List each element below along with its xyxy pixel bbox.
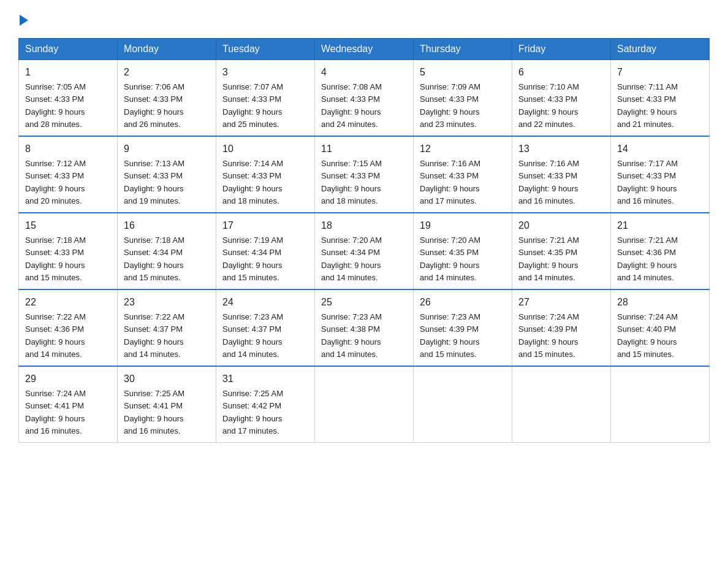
day-info: Sunrise: 7:24 AMSunset: 4:40 PMDaylight:… [617, 312, 678, 359]
day-info: Sunrise: 7:18 AMSunset: 4:33 PMDaylight:… [25, 236, 86, 282]
day-info: Sunrise: 7:25 AMSunset: 4:41 PMDaylight:… [124, 389, 184, 435]
calendar-cell: 19 Sunrise: 7:20 AMSunset: 4:35 PMDaylig… [414, 213, 512, 289]
calendar-week-row: 1 Sunrise: 7:05 AMSunset: 4:33 PMDayligh… [19, 60, 710, 137]
calendar-table: SundayMondayTuesdayWednesdayThursdayFrid… [18, 38, 710, 443]
day-number: 27 [518, 295, 604, 310]
calendar-cell: 24 Sunrise: 7:23 AMSunset: 4:37 PMDaylig… [216, 289, 315, 366]
day-number: 18 [321, 218, 407, 233]
page-header [18, 12, 710, 26]
calendar-cell: 21 Sunrise: 7:21 AMSunset: 4:36 PMDaylig… [611, 213, 710, 289]
calendar-cell: 18 Sunrise: 7:20 AMSunset: 4:34 PMDaylig… [315, 213, 414, 289]
day-info: Sunrise: 7:22 AMSunset: 4:37 PMDaylight:… [124, 312, 184, 359]
day-number: 29 [25, 372, 111, 386]
day-number: 3 [222, 65, 308, 80]
day-number: 7 [617, 65, 703, 80]
calendar-cell: 31 Sunrise: 7:25 AMSunset: 4:42 PMDaylig… [216, 366, 315, 443]
day-info: Sunrise: 7:06 AMSunset: 4:33 PMDaylight:… [124, 82, 184, 129]
calendar-cell: 16 Sunrise: 7:18 AMSunset: 4:34 PMDaylig… [118, 213, 216, 289]
day-number: 23 [124, 295, 210, 310]
calendar-cell [315, 366, 414, 443]
day-info: Sunrise: 7:18 AMSunset: 4:34 PMDaylight:… [124, 236, 184, 282]
day-number: 1 [25, 65, 111, 80]
day-number: 15 [25, 218, 111, 233]
day-info: Sunrise: 7:14 AMSunset: 4:33 PMDaylight:… [222, 159, 283, 205]
day-number: 9 [124, 142, 210, 156]
calendar-cell: 30 Sunrise: 7:25 AMSunset: 4:41 PMDaylig… [118, 366, 216, 443]
calendar-cell: 8 Sunrise: 7:12 AMSunset: 4:33 PMDayligh… [19, 136, 118, 213]
calendar-week-row: 15 Sunrise: 7:18 AMSunset: 4:33 PMDaylig… [19, 213, 710, 289]
day-number: 22 [25, 295, 111, 310]
day-number: 11 [321, 142, 407, 156]
column-header-friday: Friday [512, 39, 611, 60]
calendar-cell [512, 366, 611, 443]
day-number: 14 [617, 142, 703, 156]
calendar-cell: 20 Sunrise: 7:21 AMSunset: 4:35 PMDaylig… [512, 213, 611, 289]
day-info: Sunrise: 7:20 AMSunset: 4:35 PMDaylight:… [420, 236, 480, 282]
calendar-week-row: 22 Sunrise: 7:22 AMSunset: 4:36 PMDaylig… [19, 289, 710, 366]
column-header-thursday: Thursday [414, 39, 512, 60]
calendar-cell: 1 Sunrise: 7:05 AMSunset: 4:33 PMDayligh… [19, 60, 118, 137]
calendar-cell: 23 Sunrise: 7:22 AMSunset: 4:37 PMDaylig… [118, 289, 216, 366]
day-info: Sunrise: 7:24 AMSunset: 4:39 PMDaylight:… [518, 312, 579, 359]
calendar-cell: 5 Sunrise: 7:09 AMSunset: 4:33 PMDayligh… [414, 60, 512, 137]
calendar-cell: 25 Sunrise: 7:23 AMSunset: 4:38 PMDaylig… [315, 289, 414, 366]
day-info: Sunrise: 7:05 AMSunset: 4:33 PMDaylight:… [25, 82, 86, 129]
column-header-saturday: Saturday [611, 39, 710, 60]
calendar-cell: 28 Sunrise: 7:24 AMSunset: 4:40 PMDaylig… [611, 289, 710, 366]
day-info: Sunrise: 7:22 AMSunset: 4:36 PMDaylight:… [25, 312, 86, 359]
calendar-cell: 29 Sunrise: 7:24 AMSunset: 4:41 PMDaylig… [19, 366, 118, 443]
day-number: 2 [124, 65, 210, 80]
column-header-monday: Monday [118, 39, 216, 60]
day-info: Sunrise: 7:09 AMSunset: 4:33 PMDaylight:… [420, 82, 480, 129]
day-info: Sunrise: 7:20 AMSunset: 4:34 PMDaylight:… [321, 236, 382, 282]
day-number: 25 [321, 295, 407, 310]
day-info: Sunrise: 7:21 AMSunset: 4:36 PMDaylight:… [617, 236, 678, 282]
calendar-cell: 7 Sunrise: 7:11 AMSunset: 4:33 PMDayligh… [611, 60, 710, 137]
column-header-tuesday: Tuesday [216, 39, 315, 60]
calendar-cell: 11 Sunrise: 7:15 AMSunset: 4:33 PMDaylig… [315, 136, 414, 213]
calendar-cell: 14 Sunrise: 7:17 AMSunset: 4:33 PMDaylig… [611, 136, 710, 213]
calendar-week-row: 8 Sunrise: 7:12 AMSunset: 4:33 PMDayligh… [19, 136, 710, 213]
day-number: 20 [518, 218, 604, 233]
day-info: Sunrise: 7:16 AMSunset: 4:33 PMDaylight:… [518, 159, 579, 205]
day-number: 10 [222, 142, 308, 156]
day-number: 8 [25, 142, 111, 156]
day-info: Sunrise: 7:17 AMSunset: 4:33 PMDaylight:… [617, 159, 678, 205]
day-info: Sunrise: 7:10 AMSunset: 4:33 PMDaylight:… [518, 82, 579, 129]
day-number: 4 [321, 65, 407, 80]
day-info: Sunrise: 7:16 AMSunset: 4:33 PMDaylight:… [420, 159, 480, 205]
day-info: Sunrise: 7:24 AMSunset: 4:41 PMDaylight:… [25, 389, 86, 435]
column-header-sunday: Sunday [19, 39, 118, 60]
day-info: Sunrise: 7:23 AMSunset: 4:39 PMDaylight:… [420, 312, 480, 359]
day-number: 28 [617, 295, 703, 310]
day-number: 31 [222, 372, 308, 386]
day-info: Sunrise: 7:23 AMSunset: 4:37 PMDaylight:… [222, 312, 283, 359]
logo-arrow-icon [20, 15, 28, 26]
day-info: Sunrise: 7:08 AMSunset: 4:33 PMDaylight:… [321, 82, 382, 129]
day-number: 26 [420, 295, 506, 310]
calendar-cell [611, 366, 710, 443]
calendar-cell: 12 Sunrise: 7:16 AMSunset: 4:33 PMDaylig… [414, 136, 512, 213]
calendar-cell: 9 Sunrise: 7:13 AMSunset: 4:33 PMDayligh… [118, 136, 216, 213]
day-number: 13 [518, 142, 604, 156]
day-info: Sunrise: 7:11 AMSunset: 4:33 PMDaylight:… [617, 82, 678, 129]
day-info: Sunrise: 7:13 AMSunset: 4:33 PMDaylight:… [124, 159, 184, 205]
calendar-week-row: 29 Sunrise: 7:24 AMSunset: 4:41 PMDaylig… [19, 366, 710, 443]
day-number: 30 [124, 372, 210, 386]
calendar-cell: 10 Sunrise: 7:14 AMSunset: 4:33 PMDaylig… [216, 136, 315, 213]
day-number: 16 [124, 218, 210, 233]
day-number: 12 [420, 142, 506, 156]
calendar-cell: 13 Sunrise: 7:16 AMSunset: 4:33 PMDaylig… [512, 136, 611, 213]
day-info: Sunrise: 7:07 AMSunset: 4:33 PMDaylight:… [222, 82, 283, 129]
calendar-cell [414, 366, 512, 443]
calendar-cell: 6 Sunrise: 7:10 AMSunset: 4:33 PMDayligh… [512, 60, 611, 137]
calendar-cell: 22 Sunrise: 7:22 AMSunset: 4:36 PMDaylig… [19, 289, 118, 366]
day-info: Sunrise: 7:21 AMSunset: 4:35 PMDaylight:… [518, 236, 579, 282]
day-number: 17 [222, 218, 308, 233]
day-number: 21 [617, 218, 703, 233]
calendar-cell: 3 Sunrise: 7:07 AMSunset: 4:33 PMDayligh… [216, 60, 315, 137]
calendar-cell: 17 Sunrise: 7:19 AMSunset: 4:34 PMDaylig… [216, 213, 315, 289]
day-info: Sunrise: 7:23 AMSunset: 4:38 PMDaylight:… [321, 312, 382, 359]
day-number: 19 [420, 218, 506, 233]
day-info: Sunrise: 7:25 AMSunset: 4:42 PMDaylight:… [222, 389, 283, 435]
